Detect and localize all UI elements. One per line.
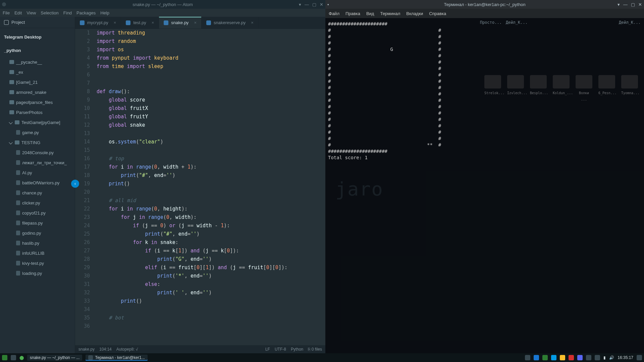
status-file[interactable]: snake.py [78, 347, 95, 352]
taskbar-app-atom[interactable]: snake.py — ~/_python — ... [27, 355, 82, 361]
status-cursor[interactable]: 104:14 [99, 347, 112, 352]
file-item[interactable]: filepass.py [0, 218, 75, 228]
close-tab-icon[interactable]: × [251, 20, 254, 25]
code-line[interactable] [97, 79, 325, 87]
code-line[interactable] [97, 71, 325, 79]
file-item[interactable]: AI.py [0, 168, 75, 178]
tray-shield-icon[interactable] [595, 355, 600, 360]
code-line[interactable]: for i in range(0, width + 1): [97, 163, 325, 171]
file-item[interactable]: copyof21.py [0, 208, 75, 218]
start-menu-icon[interactable] [2, 355, 7, 360]
code-line[interactable]: from pynput import keyboard [97, 54, 325, 62]
menu-view[interactable]: View [26, 10, 36, 15]
file-item[interactable]: infoURLLIB [0, 248, 75, 258]
sidebar-telegram[interactable]: Telegram Desktop [0, 30, 75, 44]
menu-selection[interactable]: Selection [41, 10, 58, 15]
code-line[interactable]: if (i == k[1]) and (j == k[0]): [97, 247, 325, 255]
menu-item[interactable]: Справка [429, 11, 446, 16]
status-lang[interactable]: Python [291, 347, 303, 352]
terminal-body[interactable]: Просто... Дейл_К... Дейл_К... ##########… [325, 18, 644, 353]
code-line[interactable]: # bot [97, 314, 325, 322]
file-item[interactable]: clicker.py [0, 198, 75, 208]
folder-testing[interactable]: TESTING [0, 137, 75, 147]
show-desktop-icon[interactable] [11, 355, 16, 360]
window-restore-icon[interactable]: — [305, 2, 309, 7]
code-line[interactable]: print("#", end='') [97, 230, 325, 238]
code-line[interactable]: else: [97, 280, 325, 289]
status-enc[interactable]: UTF-8 [275, 347, 286, 352]
folder-item[interactable]: [Game]_21 [0, 77, 75, 87]
tray-icon[interactable] [569, 355, 574, 360]
tray-icon[interactable] [560, 355, 565, 360]
code-line[interactable]: import os [97, 46, 325, 54]
status-git[interactable]: ⎘ 0 files [308, 347, 322, 352]
menu-item[interactable]: Файл [329, 11, 339, 16]
tab-test-py[interactable]: test.py× [121, 17, 159, 28]
window-restore-icon[interactable]: — [623, 2, 628, 7]
code-line[interactable]: for k in snake: [97, 238, 325, 247]
menu-item[interactable]: Правка [345, 11, 360, 16]
code-line[interactable]: global score [97, 96, 325, 104]
close-tab-icon[interactable]: × [194, 20, 197, 25]
code-line[interactable]: from time import sleep [97, 62, 325, 71]
code-line[interactable]: # all mid [97, 196, 325, 205]
menu-packages[interactable]: Packages [76, 10, 96, 15]
code-line[interactable]: global fruitX [97, 104, 325, 113]
menu-find[interactable]: Find [63, 10, 72, 15]
window-close-icon[interactable]: ✕ [320, 2, 323, 7]
menu-file[interactable]: File [3, 10, 10, 15]
code-line[interactable]: elif (i == fruit[0][1]) and (j == fruit[… [97, 263, 325, 272]
code-line[interactable]: import threading [97, 29, 325, 37]
code-line[interactable] [97, 305, 325, 314]
code-line[interactable]: print("G", end='') [97, 255, 325, 263]
window-max-icon[interactable]: ▢ [312, 2, 316, 7]
folder-item[interactable]: __pycache__ [0, 57, 75, 67]
file-item[interactable]: godino.py [0, 228, 75, 238]
desktop-icon[interactable]: Tyomna... [621, 75, 638, 103]
code-line[interactable]: for j in range(0, width): [97, 213, 325, 222]
menu-help[interactable]: Help [100, 10, 109, 15]
code-line[interactable]: def draw(): [97, 87, 325, 96]
desktop-icon[interactable]: Izvlech... [507, 75, 524, 103]
code-line[interactable]: if (j == 0) or (j == width - 1): [97, 222, 325, 230]
file-item[interactable]: kivy-test.py [0, 258, 75, 268]
file-item[interactable]: loading.py [0, 268, 75, 278]
desktop-icon[interactable]: Koldun_... [553, 75, 570, 103]
close-tab-icon[interactable]: × [152, 20, 154, 25]
tab-mycrypt-py[interactable]: mycrypt.py× [75, 17, 121, 28]
menu-item[interactable]: Вкладки [406, 11, 423, 16]
atom-app-icon[interactable]: ⬤ [19, 355, 24, 360]
window-close-icon[interactable]: ✕ [638, 2, 642, 7]
tray-notifications-icon[interactable] [637, 355, 642, 360]
github-badge-icon[interactable]: ‹ [71, 180, 79, 188]
code-editor[interactable]: 1234567891011121314151617181920212223242… [75, 29, 325, 345]
window-min-icon[interactable]: ▾ [299, 2, 301, 7]
tray-network-icon[interactable]: ▮ [603, 355, 606, 360]
tray-discord-icon[interactable] [577, 355, 583, 360]
sidebar-python-root[interactable]: _python [0, 44, 75, 57]
menu-edit[interactable]: Edit [14, 10, 22, 15]
desktop-icon[interactable]: 6_Pesn... [598, 75, 615, 103]
tray-icon[interactable] [586, 355, 591, 360]
folder-item[interactable]: _ex [0, 67, 75, 77]
code-line[interactable] [97, 146, 325, 155]
status-autopep[interactable]: Autopep8: √ [116, 347, 138, 352]
code-line[interactable]: print('*', end='') [97, 272, 325, 280]
code-line[interactable] [97, 322, 325, 330]
file-item[interactable]: 2048Console.py [0, 147, 75, 158]
tray-volume-icon[interactable]: 🔊 [609, 355, 614, 360]
taskbar-app-terminal[interactable]: Терминал - ker1an@ker1... [86, 355, 147, 361]
desktop-icon[interactable]: Волки ... [576, 75, 592, 103]
close-tab-icon[interactable]: × [114, 20, 116, 25]
code-line[interactable]: global snake [97, 121, 325, 129]
folder-item[interactable]: armored_snake [0, 87, 75, 97]
code-body[interactable]: import threadingimport randomimport osfr… [94, 29, 325, 345]
file-item[interactable]: game.py [0, 127, 75, 137]
code-line[interactable]: print() [97, 297, 325, 305]
code-line[interactable]: for i in range(0, height): [97, 205, 325, 213]
project-header[interactable]: Project [0, 17, 75, 28]
code-line[interactable]: print(' ', end='') [97, 289, 325, 297]
desktop-icon[interactable]: Besplo... [530, 75, 547, 103]
file-item[interactable]: лежат_ли_три_точки_ [0, 158, 75, 168]
taskbar-clock[interactable]: 16:35:17 [618, 355, 633, 360]
